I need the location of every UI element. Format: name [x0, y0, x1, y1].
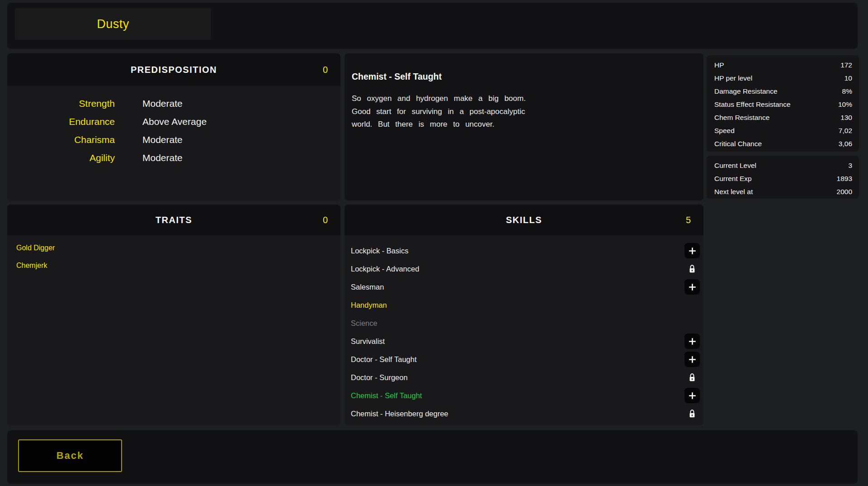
stat-value: 1893	[837, 175, 852, 183]
skill-action-slot	[684, 334, 700, 349]
character-name: Dusty	[97, 17, 129, 31]
stat-row: Critical Chance 3,06	[707, 137, 859, 150]
plus-icon	[689, 392, 696, 400]
stat-value: 3,06	[839, 140, 852, 148]
skill-action-slot	[684, 297, 700, 313]
traits-title: TRAITS	[156, 215, 192, 225]
traits-list: Gold Digger Chemjerk	[7, 235, 340, 425]
name-panel: Dusty	[7, 3, 858, 49]
stat-label: Agility	[7, 152, 115, 163]
predisposition-row: Agility Moderate	[7, 149, 340, 167]
skill-name: Doctor - Self Taught	[351, 355, 417, 364]
skill-action-slot	[684, 406, 700, 421]
predisposition-header: PREDISPOSITION 0	[7, 53, 340, 86]
character-name-field[interactable]: Dusty	[15, 8, 211, 40]
skill-row[interactable]: Chemist - Self Taught	[344, 386, 703, 405]
stat-label: Charisma	[7, 134, 115, 145]
skill-action-slot	[684, 370, 700, 385]
plus-icon	[689, 356, 696, 363]
trait-item[interactable]: Chemjerk	[7, 257, 340, 274]
stat-label: HP	[714, 61, 724, 69]
stat-value: Moderate	[142, 98, 183, 109]
stat-label: HP per level	[714, 74, 752, 82]
skills-title: SKILLS	[506, 215, 542, 225]
stat-value: 10	[844, 74, 852, 82]
stat-value: Moderate	[142, 134, 183, 145]
stat-label: Speed	[714, 127, 735, 135]
skill-name: Doctor - Surgeon	[351, 373, 408, 382]
skill-detail-panel: Chemist - Self Taught So oxygen and hydr…	[344, 53, 703, 200]
stat-label: Current Level	[714, 162, 756, 170]
stat-label: Critical Chance	[714, 140, 762, 148]
stat-row: HP 172	[707, 58, 859, 71]
skill-row[interactable]: Doctor - Surgeon	[344, 368, 703, 386]
stat-value: 130	[840, 114, 852, 122]
lock-icon	[689, 409, 696, 418]
trait-name: Chemjerk	[16, 262, 47, 270]
lock-icon	[689, 264, 696, 273]
skills-panel: SKILLS 5 Lockpick - Basics	[344, 205, 703, 425]
level-panel: Current Level 3 Current Exp 1893 Next le…	[707, 156, 859, 199]
stat-value: 10%	[838, 100, 852, 109]
stat-row: Damage Resistance 8%	[707, 85, 859, 98]
stats-panel: HP 172 HP per level 10 Damage Resistance…	[707, 55, 859, 152]
predisposition-list: Strength Moderate Endurance Above Averag…	[7, 86, 340, 200]
predisposition-panel: PREDISPOSITION 0 Strength Moderate Endur…	[7, 53, 340, 200]
traits-points: 0	[323, 215, 328, 225]
skill-action-slot	[684, 243, 700, 258]
skills-points: 5	[686, 215, 691, 225]
skill-row[interactable]: Handyman	[344, 296, 703, 314]
skill-name: Chemist - Heisenberg degree	[351, 410, 448, 418]
plus-icon	[689, 247, 696, 255]
skill-plus-button[interactable]	[684, 388, 700, 403]
predisposition-points: 0	[323, 65, 328, 75]
skill-row[interactable]: Survivalist	[344, 332, 703, 350]
skills-list: Lockpick - Basics	[344, 235, 703, 425]
stat-row: Next level at 2000	[707, 185, 859, 198]
stat-value: 3	[848, 162, 852, 170]
predisposition-title: PREDISPOSITION	[131, 65, 217, 75]
stat-value: 7,02	[839, 127, 852, 135]
skill-plus-button[interactable]	[684, 352, 700, 367]
stat-row: HP per level 10	[707, 71, 859, 85]
stat-row: Speed 7,02	[707, 124, 859, 137]
skill-name: Salesman	[351, 283, 384, 291]
skill-name: Chemist - Self Taught	[351, 391, 422, 400]
skill-name: Lockpick - Basics	[351, 247, 408, 255]
stat-row: Status Effect Resistance 10%	[707, 98, 859, 111]
skill-name: Science	[351, 319, 377, 328]
stat-label: Next level at	[714, 188, 753, 196]
stat-label: Damage Resistance	[714, 87, 778, 95]
back-button[interactable]: Back	[18, 439, 122, 472]
skill-name: Lockpick - Advanced	[351, 265, 419, 273]
skill-row[interactable]: Lockpick - Advanced	[344, 260, 703, 278]
skills-header: SKILLS 5	[344, 205, 703, 235]
skill-name: Survivalist	[351, 337, 385, 346]
stat-label: Strength	[7, 98, 115, 109]
predisposition-row: Endurance Above Average	[7, 113, 340, 131]
traits-panel: TRAITS 0 Gold Digger Chemjerk	[7, 205, 340, 425]
trait-item[interactable]: Gold Digger	[7, 239, 340, 257]
skill-row[interactable]: Lockpick - Basics	[344, 242, 703, 260]
predisposition-row: Strength Moderate	[7, 95, 340, 113]
skill-plus-button[interactable]	[684, 334, 700, 349]
stat-row: Current Exp 1893	[707, 172, 859, 185]
traits-header: TRAITS 0	[7, 205, 340, 235]
stat-label: Status Effect Resistance	[714, 100, 791, 109]
skill-row[interactable]: Chemist - Heisenberg degree	[344, 405, 703, 423]
stat-row: Current Level 3	[707, 159, 859, 172]
skill-name: Handyman	[351, 301, 387, 310]
stat-value: 8%	[842, 87, 852, 95]
skill-plus-button[interactable]	[684, 279, 700, 295]
trait-name: Gold Digger	[16, 244, 55, 252]
stat-label: Chem Resistance	[714, 114, 769, 122]
footer-bar: Back	[7, 430, 858, 484]
skill-row[interactable]: Salesman	[344, 278, 703, 296]
stat-value: Moderate	[142, 152, 183, 163]
skill-row[interactable]: Science	[344, 314, 703, 332]
stat-label: Current Exp	[714, 175, 752, 183]
character-screen: Dusty PREDISPOSITION 0 Strength Moderate…	[0, 0, 868, 486]
skill-action-slot	[684, 315, 700, 331]
skill-plus-button[interactable]	[684, 243, 700, 258]
skill-row[interactable]: Doctor - Self Taught	[344, 350, 703, 368]
